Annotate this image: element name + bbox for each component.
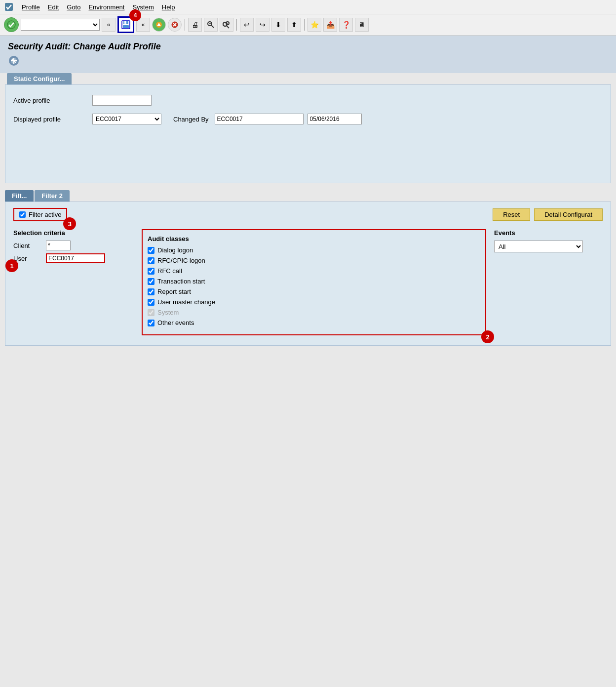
system-label: System xyxy=(157,309,179,316)
audit-rfc-call: RFC call xyxy=(148,267,480,275)
page-subtitle-icon xyxy=(8,55,608,69)
static-config-section: Static Configur... Active profile Displa… xyxy=(5,73,611,183)
events-header: Events xyxy=(494,229,603,237)
user-master-change-checkbox[interactable] xyxy=(148,299,154,306)
client-input[interactable] xyxy=(46,241,71,250)
cancel-btn[interactable] xyxy=(168,18,182,32)
svg-line-12 xyxy=(211,25,214,28)
nav-prev-btn[interactable]: ↪ xyxy=(256,18,270,32)
annotation-3: 3 xyxy=(63,217,76,230)
events-dropdown[interactable]: All Successful Unsuccessful xyxy=(494,241,583,252)
menu-bar: Profile Edit Goto Environment System Hel… xyxy=(0,0,616,14)
dialog-logon-label: Dialog logon xyxy=(157,246,193,254)
static-config-body: Active profile Displayed profile ECC0017… xyxy=(5,84,611,183)
star-btn[interactable]: ⭐ xyxy=(308,18,321,32)
annotation-1: 1 xyxy=(5,259,18,272)
filter-active-checkbox[interactable] xyxy=(19,211,26,218)
svg-line-15 xyxy=(227,26,229,28)
static-config-tab[interactable]: Static Configur... xyxy=(7,73,72,84)
annotation-4: 4 xyxy=(129,9,141,21)
audit-classes-header: Audit classes xyxy=(148,235,480,242)
find-btn[interactable] xyxy=(204,18,218,32)
check-btn-wrapper xyxy=(4,17,19,32)
reset-button[interactable]: Reset xyxy=(493,208,530,221)
changed-date-input[interactable] xyxy=(308,114,362,124)
toolbar: « 4 « 🖨 ↩ ↪ ⬇ ⬆ ⭐ 📤 ❓ xyxy=(0,14,616,36)
client-label: Client xyxy=(13,242,43,249)
dialog-logon-checkbox[interactable] xyxy=(148,247,154,254)
app-icon xyxy=(4,2,14,12)
changed-by-input[interactable] xyxy=(215,114,304,124)
back-double-btn[interactable]: « xyxy=(102,18,116,32)
other-events-label: Other events xyxy=(157,319,194,326)
system-checkbox xyxy=(148,309,154,316)
selection-criteria-col: Selection criteria Client User 1 xyxy=(13,229,142,335)
command-field[interactable] xyxy=(21,19,100,31)
filter-tab-2[interactable]: Filter 2 xyxy=(35,190,70,202)
filter-active-wrapper: Filter active 3 xyxy=(13,208,67,221)
sep3 xyxy=(304,19,305,31)
detail-configurat-button[interactable]: Detail Configurat xyxy=(534,208,603,221)
page-title-area: Security Audit: Change Audit Profile xyxy=(0,36,616,73)
svg-point-17 xyxy=(226,22,229,25)
displayed-profile-label: Displayed profile xyxy=(13,116,92,123)
user-field-wrapper: Client User 1 xyxy=(13,241,134,263)
menu-edit[interactable]: Edit xyxy=(48,3,59,11)
svg-rect-4 xyxy=(124,21,126,24)
displayed-profile-row: Displayed profile ECC0017 Changed By xyxy=(13,114,603,124)
active-profile-input[interactable] xyxy=(92,95,152,106)
client-row: Client xyxy=(13,241,134,250)
up-btn[interactable] xyxy=(152,18,166,32)
export-btn[interactable]: 📤 xyxy=(323,18,337,32)
nav-last-btn[interactable]: ⬆ xyxy=(287,18,301,32)
rfc-cpic-checkbox[interactable] xyxy=(148,257,154,264)
filter-active-label: Filter active xyxy=(29,211,61,218)
user-row: User xyxy=(13,253,134,263)
filter-columns: Selection criteria Client User 1 xyxy=(13,229,603,335)
nav-first-btn[interactable]: ↩ xyxy=(240,18,254,32)
changed-by-label: Changed By xyxy=(173,116,209,123)
rfc-call-checkbox[interactable] xyxy=(148,268,154,275)
audit-rfc-cpic: RFC/CPIC logon xyxy=(148,257,480,264)
selection-criteria-header: Selection criteria xyxy=(13,229,134,237)
active-profile-row: Active profile xyxy=(13,95,603,106)
report-start-label: Report start xyxy=(157,288,191,295)
print-btn[interactable]: 🖨 xyxy=(188,18,202,32)
audit-system: System xyxy=(148,309,480,316)
menu-profile[interactable]: Profile xyxy=(22,3,40,11)
displayed-profile-dropdown[interactable]: ECC0017 xyxy=(92,114,161,124)
filter-tab-1[interactable]: Filt... xyxy=(5,190,34,202)
audit-transaction-start: Transaction start xyxy=(148,278,480,285)
svg-rect-5 xyxy=(123,25,129,28)
rfc-call-label: RFC call xyxy=(157,267,182,275)
report-start-checkbox[interactable] xyxy=(148,288,154,295)
sep2 xyxy=(236,19,237,31)
transaction-start-checkbox[interactable] xyxy=(148,278,154,285)
filter-tabs: Filt... Filter 2 xyxy=(5,190,611,202)
user-input[interactable] xyxy=(46,253,105,263)
audit-dialog-logon: Dialog logon xyxy=(148,246,480,254)
filter-buttons: Reset Detail Configurat xyxy=(493,208,603,221)
monitor-btn[interactable]: 🖥 xyxy=(355,18,369,32)
menu-environment[interactable]: Environment xyxy=(88,3,124,11)
active-profile-label: Active profile xyxy=(13,97,92,104)
audit-other-events: Other events xyxy=(148,319,480,326)
help-btn[interactable]: ❓ xyxy=(339,18,353,32)
audit-report-start: Report start xyxy=(148,288,480,295)
confirm-button[interactable] xyxy=(4,17,19,32)
audit-classes-col: Audit classes Dialog logon RFC/CPIC logo… xyxy=(142,229,486,335)
filter-section: Filt... Filter 2 Filter active 3 Reset D… xyxy=(5,190,611,346)
audit-user-master-change: User master change xyxy=(148,298,480,306)
other-events-checkbox[interactable] xyxy=(148,320,154,326)
page-title: Security Audit: Change Audit Profile xyxy=(8,41,608,52)
save-btn-wrapper: 4 xyxy=(117,16,134,33)
rfc-cpic-label: RFC/CPIC logon xyxy=(157,257,205,264)
nav-next-btn[interactable]: ⬇ xyxy=(271,18,285,32)
find-next-btn[interactable] xyxy=(220,18,233,32)
annotation-2: 2 xyxy=(481,330,494,343)
events-col: Events All Successful Unsuccessful xyxy=(494,229,603,335)
sep1 xyxy=(185,19,185,31)
filter-body-inner: Filter active 3 Reset Detail Configurat … xyxy=(5,202,611,345)
menu-goto[interactable]: Goto xyxy=(67,3,80,11)
menu-help[interactable]: Help xyxy=(162,3,175,11)
